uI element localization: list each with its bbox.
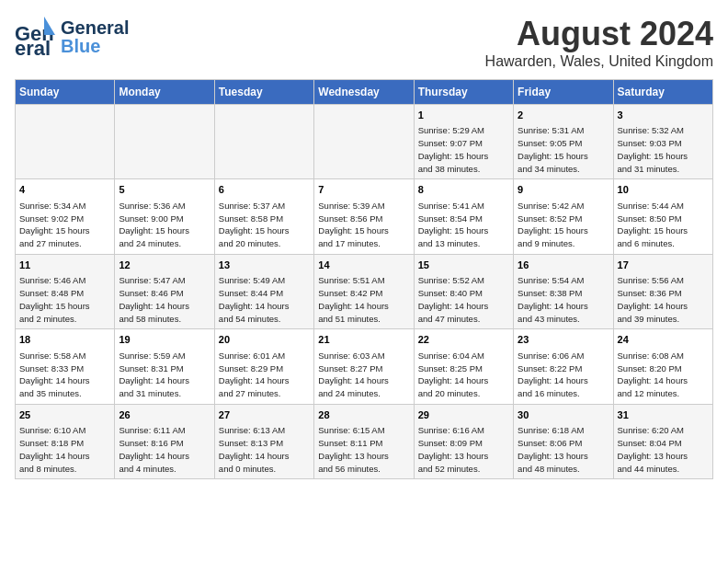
day-number: 1 xyxy=(418,109,509,122)
day-info: Sunrise: 5:41 AM Sunset: 8:54 PM Dayligh… xyxy=(418,200,509,250)
location-title: Hawarden, Wales, United Kingdom xyxy=(485,53,713,70)
day-info: Sunrise: 5:47 AM Sunset: 8:46 PM Dayligh… xyxy=(119,274,210,325)
day-info: Sunrise: 5:37 AM Sunset: 8:58 PM Dayligh… xyxy=(219,200,310,250)
calendar-cell: 30Sunrise: 6:18 AM Sunset: 8:06 PM Dayli… xyxy=(514,404,613,478)
day-number: 21 xyxy=(318,333,409,347)
day-number: 10 xyxy=(618,183,709,197)
day-number: 22 xyxy=(418,333,509,347)
calendar-table: SundayMondayTuesdayWednesdayThursdayFrid… xyxy=(15,79,713,479)
logo-icon: Gen eral xyxy=(15,15,55,55)
header-sunday: Sunday xyxy=(16,80,115,105)
day-info: Sunrise: 6:08 AM Sunset: 8:20 PM Dayligh… xyxy=(618,350,709,400)
week-row-1: 1Sunrise: 5:29 AM Sunset: 9:07 PM Daylig… xyxy=(16,105,713,179)
day-info: Sunrise: 5:31 AM Sunset: 9:05 PM Dayligh… xyxy=(518,124,609,175)
calendar-cell: 27Sunrise: 6:13 AM Sunset: 8:13 PM Dayli… xyxy=(214,404,313,478)
day-info: Sunrise: 5:49 AM Sunset: 8:44 PM Dayligh… xyxy=(219,274,310,325)
day-number: 24 xyxy=(618,333,709,347)
calendar-cell: 25Sunrise: 6:10 AM Sunset: 8:18 PM Dayli… xyxy=(16,404,115,478)
calendar-cell: 5Sunrise: 5:36 AM Sunset: 9:00 PM Daylig… xyxy=(115,179,214,254)
day-info: Sunrise: 5:54 AM Sunset: 8:38 PM Dayligh… xyxy=(518,274,609,325)
calendar-cell xyxy=(314,105,414,179)
day-number: 12 xyxy=(119,259,210,272)
calendar-cell: 3Sunrise: 5:32 AM Sunset: 9:03 PM Daylig… xyxy=(613,105,712,179)
day-number: 9 xyxy=(518,183,609,197)
calendar-cell: 10Sunrise: 5:44 AM Sunset: 8:50 PM Dayli… xyxy=(613,179,712,254)
day-info: Sunrise: 6:20 AM Sunset: 8:04 PM Dayligh… xyxy=(618,424,709,475)
title-area: August 2024 Hawarden, Wales, United King… xyxy=(485,15,713,70)
calendar-cell: 23Sunrise: 6:06 AM Sunset: 8:22 PM Dayli… xyxy=(514,329,613,404)
day-info: Sunrise: 5:46 AM Sunset: 8:48 PM Dayligh… xyxy=(19,274,110,325)
calendar-cell: 13Sunrise: 5:49 AM Sunset: 8:44 PM Dayli… xyxy=(214,254,313,328)
day-number: 26 xyxy=(119,408,210,422)
calendar-cell xyxy=(214,105,313,179)
calendar-cell: 11Sunrise: 5:46 AM Sunset: 8:48 PM Dayli… xyxy=(16,254,115,328)
header-friday: Friday xyxy=(514,80,613,105)
day-info: Sunrise: 6:15 AM Sunset: 8:11 PM Dayligh… xyxy=(318,424,409,475)
day-number: 5 xyxy=(119,183,210,197)
month-title: August 2024 xyxy=(485,15,713,53)
day-number: 14 xyxy=(318,259,409,272)
week-row-5: 25Sunrise: 6:10 AM Sunset: 8:18 PM Dayli… xyxy=(16,404,713,478)
calendar-cell: 8Sunrise: 5:41 AM Sunset: 8:54 PM Daylig… xyxy=(414,179,513,254)
header-row: SundayMondayTuesdayWednesdayThursdayFrid… xyxy=(16,80,713,105)
calendar-cell: 2Sunrise: 5:31 AM Sunset: 9:05 PM Daylig… xyxy=(514,105,613,179)
header-saturday: Saturday xyxy=(613,80,712,105)
day-info: Sunrise: 6:11 AM Sunset: 8:16 PM Dayligh… xyxy=(119,424,210,475)
day-number: 23 xyxy=(518,333,609,347)
calendar-cell: 7Sunrise: 5:39 AM Sunset: 8:56 PM Daylig… xyxy=(314,179,414,254)
calendar-cell: 28Sunrise: 6:15 AM Sunset: 8:11 PM Dayli… xyxy=(314,404,414,478)
svg-text:eral: eral xyxy=(15,37,51,55)
day-info: Sunrise: 6:10 AM Sunset: 8:18 PM Dayligh… xyxy=(19,424,110,475)
calendar-cell: 16Sunrise: 5:54 AM Sunset: 8:38 PM Dayli… xyxy=(514,254,613,328)
day-number: 2 xyxy=(518,109,609,122)
day-number: 30 xyxy=(518,408,609,422)
day-number: 20 xyxy=(219,333,310,347)
calendar-cell: 14Sunrise: 5:51 AM Sunset: 8:42 PM Dayli… xyxy=(314,254,414,328)
day-number: 29 xyxy=(418,408,509,422)
day-number: 13 xyxy=(219,259,310,272)
calendar-cell: 12Sunrise: 5:47 AM Sunset: 8:46 PM Dayli… xyxy=(115,254,214,328)
logo: Gen eral General Blue xyxy=(15,15,129,59)
calendar-cell: 15Sunrise: 5:52 AM Sunset: 8:40 PM Dayli… xyxy=(414,254,513,328)
calendar-cell: 1Sunrise: 5:29 AM Sunset: 9:07 PM Daylig… xyxy=(414,105,513,179)
day-info: Sunrise: 5:42 AM Sunset: 8:52 PM Dayligh… xyxy=(518,200,609,250)
header: Gen eral General Blue August 2024 Haward… xyxy=(15,15,713,70)
day-info: Sunrise: 5:36 AM Sunset: 9:00 PM Dayligh… xyxy=(119,200,210,250)
day-number: 11 xyxy=(19,259,110,272)
day-info: Sunrise: 5:58 AM Sunset: 8:33 PM Dayligh… xyxy=(19,350,110,400)
calendar-cell: 17Sunrise: 5:56 AM Sunset: 8:36 PM Dayli… xyxy=(613,254,712,328)
day-number: 28 xyxy=(318,408,409,422)
calendar-cell: 19Sunrise: 5:59 AM Sunset: 8:31 PM Dayli… xyxy=(115,329,214,404)
day-info: Sunrise: 5:52 AM Sunset: 8:40 PM Dayligh… xyxy=(418,274,509,325)
day-info: Sunrise: 6:13 AM Sunset: 8:13 PM Dayligh… xyxy=(219,424,310,475)
calendar-cell: 21Sunrise: 6:03 AM Sunset: 8:27 PM Dayli… xyxy=(314,329,414,404)
day-info: Sunrise: 5:44 AM Sunset: 8:50 PM Dayligh… xyxy=(618,200,709,250)
day-number: 6 xyxy=(219,183,310,197)
day-number: 3 xyxy=(618,109,709,122)
calendar-cell: 22Sunrise: 6:04 AM Sunset: 8:25 PM Dayli… xyxy=(414,329,513,404)
week-row-2: 4Sunrise: 5:34 AM Sunset: 9:02 PM Daylig… xyxy=(16,179,713,254)
day-info: Sunrise: 5:39 AM Sunset: 8:56 PM Dayligh… xyxy=(318,200,409,250)
logo-general: General xyxy=(61,18,129,37)
day-number: 18 xyxy=(19,333,110,347)
calendar-cell: 4Sunrise: 5:34 AM Sunset: 9:02 PM Daylig… xyxy=(16,179,115,254)
day-info: Sunrise: 6:01 AM Sunset: 8:29 PM Dayligh… xyxy=(219,350,310,400)
day-info: Sunrise: 5:51 AM Sunset: 8:42 PM Dayligh… xyxy=(318,274,409,325)
header-tuesday: Tuesday xyxy=(214,80,313,105)
calendar-cell: 18Sunrise: 5:58 AM Sunset: 8:33 PM Dayli… xyxy=(16,329,115,404)
day-info: Sunrise: 6:06 AM Sunset: 8:22 PM Dayligh… xyxy=(518,350,609,400)
week-row-4: 18Sunrise: 5:58 AM Sunset: 8:33 PM Dayli… xyxy=(16,329,713,404)
day-number: 27 xyxy=(219,408,310,422)
day-number: 25 xyxy=(19,408,110,422)
calendar-cell: 31Sunrise: 6:20 AM Sunset: 8:04 PM Dayli… xyxy=(613,404,712,478)
calendar-cell: 29Sunrise: 6:16 AM Sunset: 8:09 PM Dayli… xyxy=(414,404,513,478)
calendar-cell xyxy=(16,105,115,179)
day-number: 4 xyxy=(19,183,110,197)
header-wednesday: Wednesday xyxy=(314,80,414,105)
day-info: Sunrise: 6:04 AM Sunset: 8:25 PM Dayligh… xyxy=(418,350,509,400)
calendar-cell: 6Sunrise: 5:37 AM Sunset: 8:58 PM Daylig… xyxy=(214,179,313,254)
day-info: Sunrise: 5:32 AM Sunset: 9:03 PM Dayligh… xyxy=(618,124,709,175)
calendar-cell xyxy=(115,105,214,179)
calendar-cell: 24Sunrise: 6:08 AM Sunset: 8:20 PM Dayli… xyxy=(613,329,712,404)
day-number: 15 xyxy=(418,259,509,272)
